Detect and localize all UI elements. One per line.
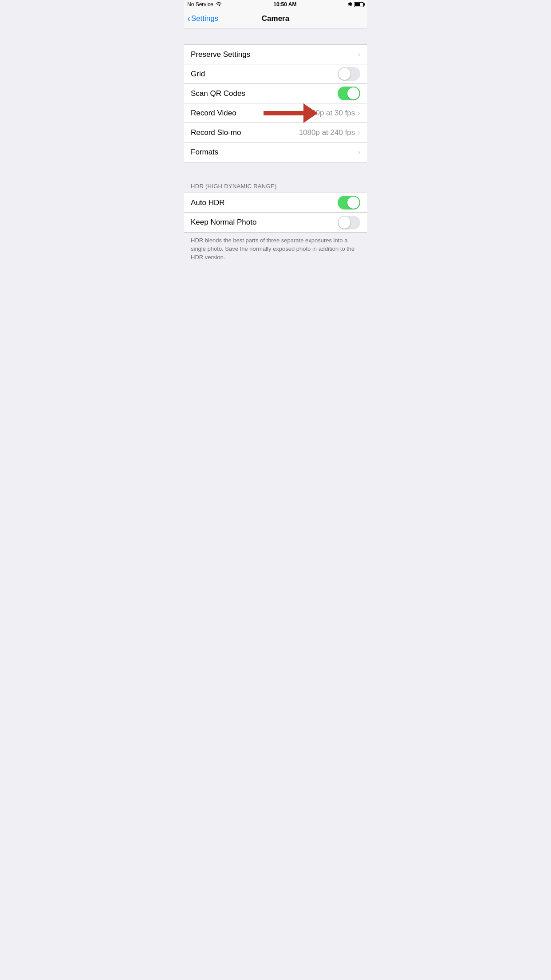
- record-video-chevron: ›: [358, 109, 360, 118]
- battery-icon: [354, 2, 364, 7]
- nav-bar: ‹ Settings Camera: [184, 9, 367, 28]
- record-slomo-value: 1080p at 240 fps: [299, 128, 355, 137]
- scan-qr-toggle-thumb: [347, 87, 359, 99]
- record-video-label: Record Video: [191, 109, 236, 118]
- keep-normal-photo-toggle-thumb: [338, 217, 350, 229]
- back-button[interactable]: ‹ Settings: [187, 14, 218, 23]
- grid-row: Grid: [184, 64, 367, 84]
- section-gap-middle: [184, 162, 367, 178]
- back-chevron-icon: ‹: [187, 14, 190, 23]
- wifi-icon: [215, 1, 222, 8]
- preserve-settings-label: Preserve Settings: [191, 50, 250, 59]
- hdr-footer-text: HDR blends the best parts of three separ…: [191, 237, 354, 261]
- scan-qr-toggle[interactable]: [338, 87, 360, 100]
- formats-chevron: ›: [358, 148, 360, 157]
- grid-toggle-thumb: [338, 68, 350, 80]
- preserve-settings-chevron: ›: [358, 50, 360, 59]
- keep-normal-photo-label: Keep Normal Photo: [191, 218, 256, 227]
- hdr-section-header: HDR (HIGH DYNAMIC RANGE): [184, 178, 367, 193]
- page-title: Camera: [262, 14, 289, 23]
- preserve-settings-row[interactable]: Preserve Settings ›: [184, 45, 367, 64]
- auto-hdr-label: Auto HDR: [191, 198, 225, 207]
- back-label: Settings: [191, 14, 218, 23]
- auto-hdr-toggle[interactable]: [338, 196, 360, 209]
- status-carrier: No Service: [187, 1, 222, 8]
- main-section: Preserve Settings › Grid Scan QR Codes R: [184, 44, 367, 162]
- status-right: ✱: [348, 1, 364, 8]
- record-slomo-chevron: ›: [358, 128, 360, 137]
- section-gap-top: [184, 28, 367, 44]
- record-slomo-label: Record Slo-mo: [191, 128, 241, 137]
- formats-row[interactable]: Formats ›: [184, 142, 367, 162]
- hdr-section: Auto HDR Keep Normal Photo: [184, 193, 367, 233]
- record-video-row[interactable]: Record Video 1080p at 30 fps ›: [184, 103, 367, 123]
- record-video-value: 1080p at 30 fps: [303, 109, 355, 118]
- keep-normal-photo-toggle[interactable]: [338, 216, 360, 229]
- record-slomo-row[interactable]: Record Slo-mo 1080p at 240 fps ›: [184, 123, 367, 142]
- auto-hdr-row: Auto HDR: [184, 193, 367, 213]
- formats-label: Formats: [191, 148, 218, 157]
- status-time: 10:50 AM: [273, 1, 296, 8]
- grid-label: Grid: [191, 70, 205, 79]
- status-bar: No Service 10:50 AM ✱: [184, 0, 367, 9]
- scan-qr-row: Scan QR Codes: [184, 84, 367, 103]
- grid-toggle[interactable]: [338, 67, 360, 81]
- auto-hdr-toggle-thumb: [347, 197, 359, 209]
- hdr-header-text: HDR (HIGH DYNAMIC RANGE): [191, 183, 277, 190]
- scan-qr-label: Scan QR Codes: [191, 89, 245, 98]
- hdr-section-footer: HDR blends the best parts of three separ…: [184, 233, 367, 267]
- keep-normal-photo-row: Keep Normal Photo: [184, 213, 367, 232]
- bluetooth-icon: ✱: [348, 1, 352, 8]
- carrier-text: No Service: [187, 1, 213, 8]
